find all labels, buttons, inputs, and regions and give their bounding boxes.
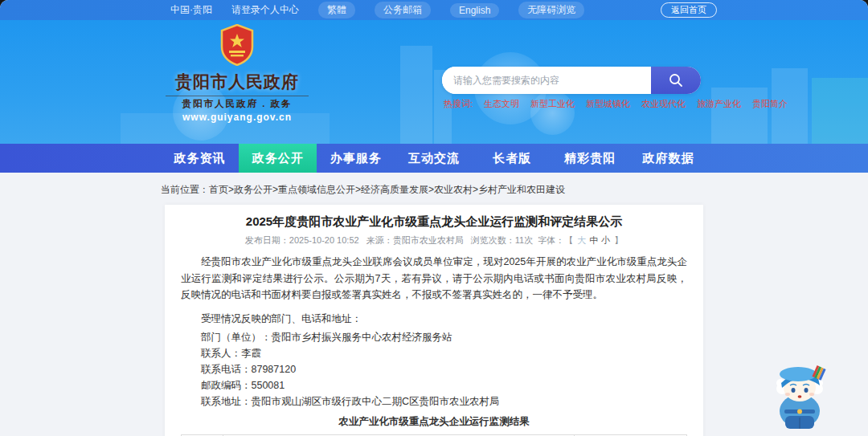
site-url: www.guiyang.gov.cn [161,112,313,123]
contact-phone: 联系电话：87987120 [181,363,687,376]
site-logo[interactable]: 贵阳市人民政府 贵阳市人民政府 . 政务 www.guiyang.gov.cn [161,24,313,123]
font-size-small-button[interactable]: 小 [601,235,610,245]
hot-search-item[interactable]: 贵阳简介 [752,98,788,110]
hot-search-item[interactable]: 农业现代化 [641,98,686,110]
topbar-link-login[interactable]: 请登录个人中心 [231,3,299,17]
breadcrumb-path[interactable]: 首页>政务公开>重点领域信息公开>经济高质量发展>农业农村>乡村产业和农田建设 [209,184,565,195]
nav-item-jingcai-guiyang[interactable]: 精彩贵阳 [551,144,629,173]
national-emblem-icon [219,24,256,66]
mascot-icon[interactable] [772,361,829,432]
nav-items: 政务资讯 政务公开 办事服务 互动交流 长者版 精彩贵阳 政府数据 [161,144,707,173]
search-input[interactable] [442,67,651,94]
contact-address: 联系地址：贵阳市观山湖区市级行政中心二期C区贵阳市农业农村局 [181,395,687,408]
topbar-link-gov-mail[interactable]: 公务邮箱 [375,2,431,18]
nav-item-zhengfu-shuju[interactable]: 政府数据 [629,144,707,173]
table-title: 农业产业化市级重点龙头企业运行监测结果 [181,415,687,429]
topbar-link-english[interactable]: English [450,3,499,18]
hot-search-item[interactable]: 新型城镇化 [586,98,630,110]
city-skyline-block [812,78,868,144]
search-icon [668,72,684,88]
site-name: 贵阳市人民政府 [161,71,313,93]
content-area: 当前位置：首页>政务公开>重点领域信息公开>经济高质量发展>农业农村>乡村产业和… [0,173,868,436]
article-card: 2025年度贵阳市农业产业化市级重点龙头企业运行监测和评定结果公示 发布日期：2… [165,205,703,436]
publish-date: 发布日期：2025-10-20 10:52 [245,235,359,245]
contact-person: 联系人：李霞 [181,347,687,360]
site-banner: 贵阳市人民政府 贵阳市人民政府 . 政务 www.guiyang.gov.cn … [0,20,868,144]
nav-item-banshi-fuwu[interactable]: 办事服务 [317,144,395,173]
font-size-label: 字体：【 [538,235,573,245]
font-size-large-button[interactable]: 大 [577,235,586,245]
breadcrumb-label: 当前位置： [161,184,209,195]
hot-search-item[interactable]: 旅游产业化 [697,98,741,110]
font-size-bracket: 】 [614,235,623,245]
topbar: 中国·贵阳 请登录个人中心 繁體 公务邮箱 English 无障碍浏览 返回首页 [0,0,868,20]
nav-item-hudong-jiaoliu[interactable]: 互动交流 [395,144,473,173]
main-nav: 政务资讯 政务公开 办事服务 互动交流 长者版 精彩贵阳 政府数据 [0,144,868,173]
search-button[interactable] [651,67,701,94]
browser-page: 中国·贵阳 请登录个人中心 繁體 公务邮箱 English 无障碍浏览 返回首页 [0,0,868,436]
site-subtitle: 贵阳市人民政府 . 政务 [161,98,313,110]
contact-department: 部门（单位）：贵阳市乡村振兴服务中心农村经济服务站 [181,331,687,344]
search-box [442,67,701,94]
topbar-link-accessibility[interactable]: 无障碍浏览 [518,2,584,18]
article-paragraph: 经贵阳市农业产业化市级重点龙头企业联席会议成员单位审定，现对2025年开展的农业… [181,254,687,304]
nav-item-zhengwu-zixun[interactable]: 政务资讯 [161,144,239,173]
nav-item-zhangzheban[interactable]: 长者版 [473,144,551,173]
hot-search-label: 热搜词: [444,98,473,110]
topbar-links: 中国·贵阳 请登录个人中心 繁體 公务邮箱 English 无障碍浏览 [170,2,584,18]
article-meta: 发布日期：2025-10-20 10:52 来源：贵阳市农业农村局 浏览次数：1… [181,234,687,247]
article-title: 2025年度贵阳市农业产业化市级重点龙头企业运行监测和评定结果公示 [181,214,687,229]
logo-divider [166,96,309,96]
city-skyline-tower [400,46,432,144]
hot-search-item[interactable]: 新型工业化 [530,98,575,110]
hot-search-bar: 热搜词: 生态文明 新型工业化 新型城镇化 农业现代化 旅游产业化 贵阳简介 [444,98,788,110]
topbar-link-china-guiyang[interactable]: 中国·贵阳 [170,3,212,17]
topbar-link-traditional[interactable]: 繁體 [318,2,355,18]
city-skyline-block [711,88,768,144]
view-count: 浏览次数：11次 [471,235,533,245]
breadcrumb[interactable]: 当前位置：首页>政务公开>重点领域信息公开>经济高质量发展>农业农村>乡村产业和… [0,173,868,197]
hot-search-item[interactable]: 生态文明 [484,98,519,110]
contact-postcode: 邮政编码：550081 [181,379,687,392]
back-to-home-button[interactable]: 返回首页 [661,2,717,18]
article-source: 来源：贵阳市农业农村局 [366,235,464,245]
article-paragraph: 受理情况反映的部门、电话和地址： [181,311,687,328]
nav-item-zhengwu-gongkai[interactable]: 政务公开 [239,144,317,173]
font-size-medium-button[interactable]: 中 [589,235,598,245]
